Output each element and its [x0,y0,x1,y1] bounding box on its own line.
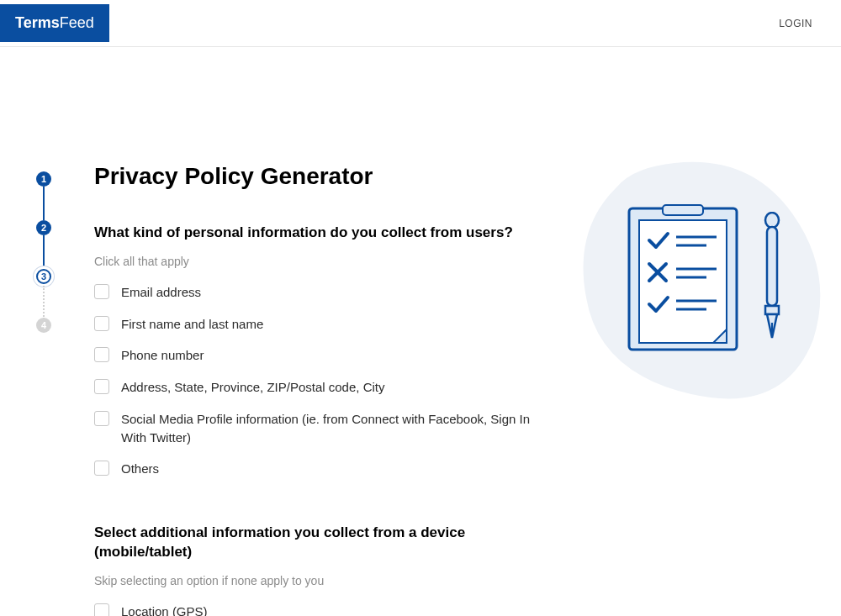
opt-email[interactable]: Email address [94,283,557,302]
checkbox-icon [94,461,109,476]
question-1: What kind of personal information do you… [94,224,557,243]
opt-label: Email address [121,283,201,302]
opt-label: Phone number [121,346,204,365]
opt-social[interactable]: Social Media Profile information (ie. fr… [94,410,557,447]
svg-rect-1 [639,220,727,343]
question-2: Select additional information you collec… [94,524,557,562]
form-main: Privacy Policy Generator What kind of pe… [61,47,582,616]
checkbox-icon [94,411,109,426]
stepper: 1 2 3 4 [27,47,61,616]
opt-phone[interactable]: Phone number [94,346,557,365]
opt-others[interactable]: Others [94,460,557,478]
step-1-num: 1 [41,174,46,184]
hint-1: Click all that apply [94,255,557,268]
clipboard-icon [626,203,743,355]
opt-label: Social Media Profile information (ie. fr… [121,410,557,447]
step-3[interactable]: 3 [36,269,51,284]
step-2-num: 2 [41,223,46,233]
step-4[interactable]: 4 [36,318,51,333]
opt-name[interactable]: First name and last name [94,315,557,334]
svg-rect-12 [767,227,777,306]
step-4-num: 4 [41,320,46,330]
logo-light: Feed [60,14,94,32]
opt-location[interactable]: Location (GPS) [94,603,557,616]
checkbox-icon [94,347,109,362]
checkbox-icon [94,603,109,616]
connector-2-3 [43,235,45,269]
step-1[interactable]: 1 [36,171,51,187]
opt-label: First name and last name [121,315,263,334]
step-2[interactable]: 2 [36,220,51,235]
logo[interactable]: TermsFeed [0,4,109,42]
login-link[interactable]: LOGIN [779,18,812,29]
header: TermsFeed LOGIN [0,0,841,47]
checkbox-icon [94,284,109,299]
illustration [565,155,826,407]
page-title: Privacy Policy Generator [94,163,557,190]
svg-rect-2 [663,205,703,215]
page: 1 2 3 4 Privacy Policy Generator What ki… [0,47,841,616]
logo-bold: Terms [15,14,60,32]
svg-rect-13 [765,306,779,314]
opt-label: Others [121,460,159,478]
pen-icon [760,212,784,346]
opt-address[interactable]: Address, State, Province, ZIP/Postal cod… [94,378,557,397]
connector-1-2 [43,187,45,220]
step-3-num: 3 [41,271,46,282]
opt-label: Location (GPS) [121,603,208,616]
checkbox-icon [94,316,109,331]
hint-2: Skip selecting an option if none apply t… [94,574,557,587]
svg-point-11 [765,213,779,228]
checkbox-icon [94,379,109,394]
opt-label: Address, State, Province, ZIP/Postal cod… [121,378,384,397]
connector-3-4 [43,286,45,319]
